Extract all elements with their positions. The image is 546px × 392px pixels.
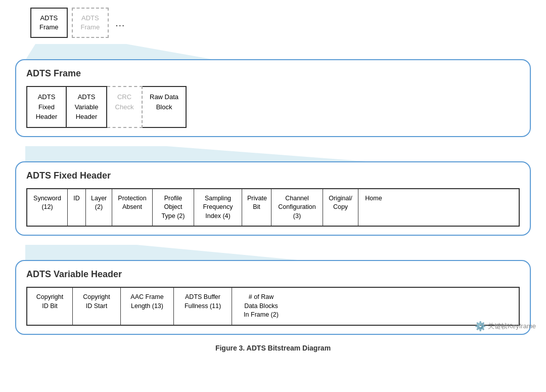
adts-variable-header-section: ADTS Variable Header CopyrightID Bit Cop…	[15, 260, 531, 335]
svg-marker-0	[25, 44, 217, 60]
watermark: ⚙️ 关键帧Keyframe	[475, 321, 536, 332]
adts-fixed-header-section: ADTS Fixed Header Syncword(12) ID Layer(…	[15, 161, 531, 236]
cell-home: Home	[358, 189, 389, 226]
page-container: ADTSFrame ADTSFrame … ADTS Frame ADTSFix…	[0, 0, 546, 362]
cell-original-copy: Original/Copy	[323, 189, 358, 226]
cell-aac-frame-length: AAC FrameLength (13)	[121, 288, 174, 325]
cell-protection-absent: ProtectionAbsent	[112, 189, 153, 226]
adts-frame-title: ADTS Frame	[26, 68, 520, 79]
cell-sampling-freq: SamplingFrequencyIndex (4)	[194, 189, 242, 226]
cell-layer: Layer(2)	[86, 189, 112, 226]
crc-check-box: CRCCheck	[107, 86, 143, 128]
watermark-text: 关键帧Keyframe	[488, 322, 536, 331]
connector-svg-3	[25, 245, 308, 261]
watermark-icon: ⚙️	[475, 321, 486, 332]
cell-syncword: Syncword(12)	[27, 189, 68, 226]
figure-caption: Figure 3. ADTS Bitstream Diagram	[10, 344, 536, 352]
cell-id: ID	[68, 189, 86, 226]
connector-svg-1	[25, 44, 238, 60]
adts-variable-header-title: ADTS Variable Header	[26, 269, 520, 280]
cell-profile-object-type: ProfileObjectType (2)	[153, 189, 194, 226]
cell-copyright-id-bit: CopyrightID Bit	[27, 288, 73, 325]
raw-data-block-box: Raw DataBlock	[143, 86, 187, 128]
cell-adts-buffer-fullness: ADTS BufferFullness (11)	[174, 288, 232, 325]
top-frames: ADTSFrame ADTSFrame …	[30, 8, 531, 38]
diagram-wrapper: ADTSFrame ADTSFrame … ADTS Frame ADTSFix…	[10, 8, 536, 335]
svg-marker-1	[25, 146, 379, 162]
cell-private-bit: PrivateBit	[242, 189, 271, 226]
connector-svg-2	[25, 146, 379, 162]
adts-frame-section: ADTS Frame ADTSFixedHeader ADTSVariableH…	[15, 59, 531, 137]
svg-marker-2	[25, 245, 308, 261]
adts-fixed-header-box: ADTSFixedHeader	[26, 86, 67, 128]
variable-header-table: CopyrightID Bit CopyrightID Start AAC Fr…	[26, 287, 520, 326]
adts-frame-box-1: ADTSFrame	[30, 8, 68, 38]
adts-fixed-header-title: ADTS Fixed Header	[26, 170, 520, 181]
cell-channel-config: ChannelConfiguration(3)	[271, 189, 323, 226]
adts-variable-header-box: ADTSVariableHeader	[67, 86, 107, 128]
fixed-header-table: Syncword(12) ID Layer(2) ProtectionAbsen…	[26, 188, 520, 227]
cell-raw-data-blocks: # of RawData BlocksIn Frame (2)	[232, 288, 290, 325]
adts-frame-box-2: ADTSFrame	[72, 8, 109, 38]
cell-copyright-id-start: CopyrightID Start	[73, 288, 121, 325]
adts-frame-inner-boxes: ADTSFixedHeader ADTSVariableHeader CRCCh…	[26, 86, 520, 128]
ellipsis: …	[115, 17, 125, 29]
